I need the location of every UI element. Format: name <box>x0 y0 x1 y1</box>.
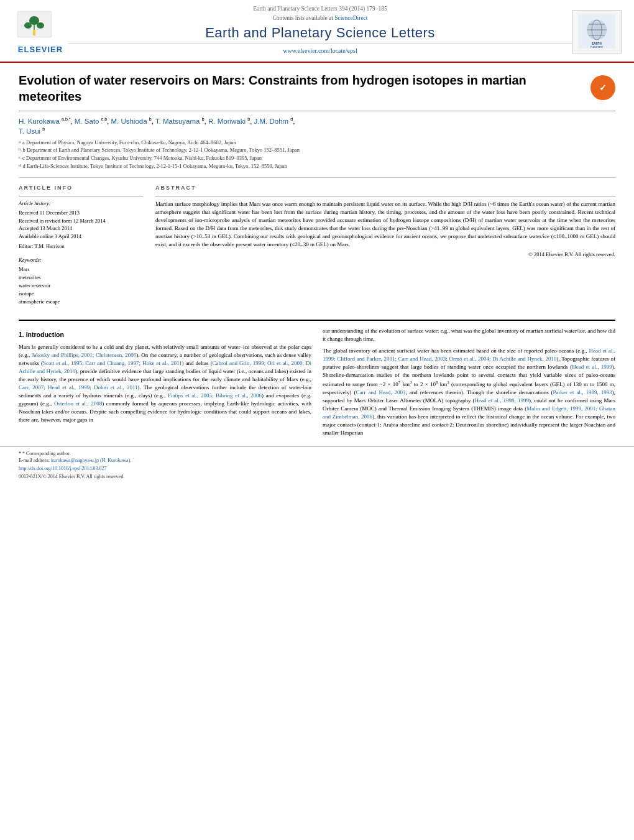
corresponding-author: * * Corresponding author. <box>19 450 615 457</box>
journal-header-center: Earth and Planetary Science Letters 394 … <box>68 5 572 58</box>
keywords-title: Keywords: <box>19 257 143 264</box>
info-divider <box>19 196 143 196</box>
body-col-left: 1. Introduction Mars is generally consid… <box>19 327 311 440</box>
email-address[interactable]: kurokawa@nagoya-u.jp (H. Kurokawa). <box>51 458 131 463</box>
elsevier-brand-text: ELSEVIER <box>18 44 63 55</box>
accepted-date: Accepted 13 March 2014 <box>19 225 143 233</box>
article-info-label: ARTICLE INFO <box>19 184 143 192</box>
journal-url[interactable]: www.elsevier.com/locate/epsl <box>68 44 572 58</box>
abstract-text: Martian surface morphology implies that … <box>155 200 615 249</box>
history-title: Article history: <box>19 200 143 208</box>
journal-header: ELSEVIER Earth and Planetary Science Let… <box>0 0 634 63</box>
contents-available: Contents lists available at ScienceDirec… <box>68 14 572 22</box>
keyword-2: meteorites <box>19 274 143 282</box>
authors-line: H. Kurokawa a,b,*, M. Sato c,b, M. Ushio… <box>19 116 615 136</box>
article-title: Evolution of water reservoirs on Mars: C… <box>19 72 590 104</box>
footnote-area: * * Corresponding author. E-mail address… <box>0 446 634 483</box>
author-kurokawa: H. Kurokawa <box>19 118 60 125</box>
copyright-line: © 2014 Elsevier B.V. All rights reserved… <box>155 251 615 259</box>
article-title-section: Evolution of water reservoirs on Mars: C… <box>19 72 615 111</box>
elsevier-logo: ELSEVIER <box>12 8 68 55</box>
abstract-label: ABSTRACT <box>155 184 615 192</box>
article-info-col: ARTICLE INFO Article history: Received 1… <box>19 184 143 306</box>
author-usui: T. Usui <box>19 127 40 135</box>
affil-a: a a Department of Physics, Nagoya Univer… <box>19 139 615 147</box>
earth-logo-box: EARTH PLANETARY <box>572 10 622 53</box>
citation-text: Earth and Planetary Science Letters 394 … <box>253 6 387 12</box>
elsevier-logo-svg <box>14 8 67 44</box>
available-date: Available online 3 April 2014 <box>19 233 143 241</box>
abstract-divider <box>155 196 615 196</box>
sciencedirect-link[interactable]: ScienceDirect <box>334 15 367 21</box>
author-sato: M. Sato <box>75 118 99 125</box>
abstract-col: ABSTRACT Martian surface morphology impl… <box>155 184 615 306</box>
email-line: E-mail address: kurokawa@nagoya-u.jp (H.… <box>19 457 615 464</box>
crossmark-logo: ✓ <box>590 75 615 100</box>
author-ushioda: M. Ushioda <box>111 118 147 125</box>
keyword-4: isotope <box>19 290 143 298</box>
main-divider <box>19 320 615 321</box>
info-abstract-section: ARTICLE INFO Article history: Received 1… <box>19 184 615 306</box>
svg-text:EARTH: EARTH <box>592 42 602 45</box>
affil-c: c c Department of Environmental Changes,… <box>19 155 615 162</box>
author-moriwaki: R. Moriwaki <box>208 118 246 125</box>
affil-b: b b Department of Earth and Planetary Sc… <box>19 147 615 154</box>
svg-point-4 <box>37 22 44 29</box>
author-dohm: J.M. Dohm <box>254 118 289 125</box>
keyword-5: atmospheric escape <box>19 298 143 306</box>
article-content: Evolution of water reservoirs on Mars: C… <box>0 63 634 312</box>
journal-title: Earth and Planetary Science Letters <box>68 24 572 43</box>
keywords-section: Keywords: Mars meteorites water reservoi… <box>19 257 143 305</box>
body-text-col1: Mars is generally considered to be a col… <box>19 343 311 424</box>
earth-journal-logo: EARTH PLANETARY <box>578 14 615 48</box>
body-text-col2-p2: The global inventory of ancient surficia… <box>323 347 615 438</box>
body-col-right: our understanding of the evolution of su… <box>323 327 615 440</box>
affiliations: a a Department of Physics, Nagoya Univer… <box>19 139 615 178</box>
received-revised-date: Received in revised form 12 March 2014 <box>19 218 143 225</box>
author-matsuyama: T. Matsuyama <box>155 118 200 125</box>
editor-line: Editor: T.M. Harrison <box>19 243 143 251</box>
svg-point-3 <box>24 22 32 29</box>
citation-bar: Earth and Planetary Science Letters 394 … <box>68 5 572 13</box>
issn-line: 0012-821X/© 2014 Elsevier B.V. All right… <box>19 473 615 480</box>
section1-heading: 1. Introduction <box>19 330 311 339</box>
body-text-col2-p1: our understanding of the evolution of su… <box>323 327 615 343</box>
main-body: 1. Introduction Mars is generally consid… <box>0 327 634 440</box>
keyword-3: water reservoir <box>19 282 143 290</box>
svg-point-6 <box>33 29 35 31</box>
doi-line[interactable]: http://dx.doi.org/10.1016/j.epsl.2014.03… <box>19 465 615 472</box>
article-history: Article history: Received 11 December 20… <box>19 200 143 251</box>
keyword-1: Mars <box>19 266 143 274</box>
svg-text:PLANETARY: PLANETARY <box>590 46 604 48</box>
received-date: Received 11 December 2013 <box>19 210 143 217</box>
affil-d: d d Earth-Life-Sciences Institute, Tokyo… <box>19 163 615 170</box>
